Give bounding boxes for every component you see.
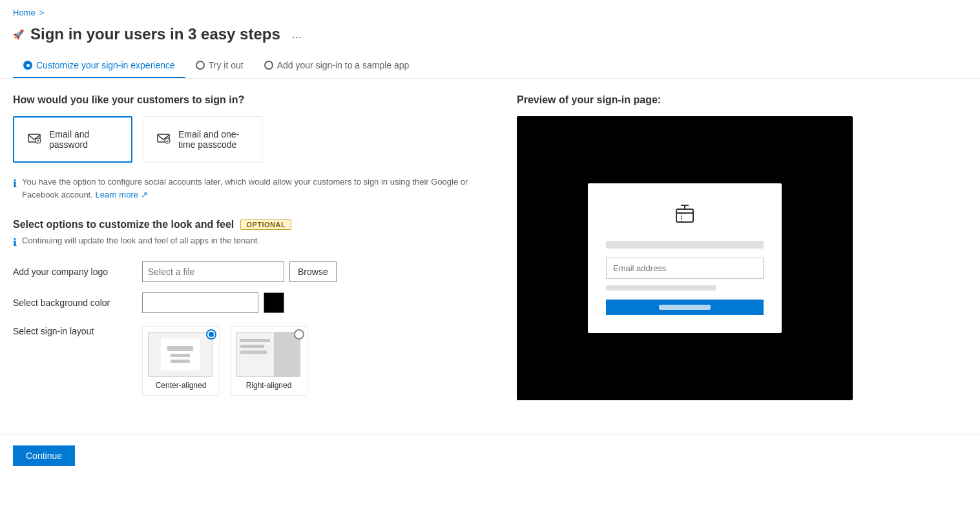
info-icon: ℹ xyxy=(13,176,17,201)
layout-center-preview xyxy=(148,332,213,377)
preview-title: Preview of your sign-in page: xyxy=(517,94,866,106)
signin-section-title: How would you like your customers to sig… xyxy=(13,94,491,106)
layout-right-radio xyxy=(294,329,304,340)
preview-signin-button xyxy=(606,300,764,315)
page-emoji: 🚀 xyxy=(13,29,24,39)
preview-box xyxy=(517,116,853,400)
tab-try[interactable]: Try it out xyxy=(185,54,254,78)
bg-color-row: Select background color #000000 xyxy=(13,292,491,313)
page-title: Sign in your users in 3 easy steps xyxy=(30,25,280,43)
optional-badge: OPTIONAL xyxy=(240,219,291,230)
customize-section-title: Select options to customize the look and… xyxy=(13,219,234,230)
left-panel: How would you like your customers to sig… xyxy=(13,94,491,406)
email-otp-icon xyxy=(156,131,171,148)
right-panel: Preview of your sign-in page: xyxy=(517,94,866,406)
info-text: You have the option to configure social … xyxy=(22,176,491,201)
layout-center-radio xyxy=(206,329,216,340)
layout-right-preview xyxy=(236,332,300,377)
main-content: How would you like your customers to sig… xyxy=(0,79,980,422)
tab-try-label: Try it out xyxy=(209,60,244,70)
bg-color-input[interactable]: #000000 xyxy=(142,292,258,313)
signin-option-email-otp[interactable]: Email and one-time passcode xyxy=(143,116,262,163)
right-line-1 xyxy=(240,339,270,342)
preview-button-inner xyxy=(659,305,711,310)
more-options-icon[interactable]: ... xyxy=(292,28,302,41)
center-box-2 xyxy=(171,354,190,357)
center-layout-inner xyxy=(161,338,200,371)
svg-point-3 xyxy=(165,138,170,143)
page-header: 🚀 Sign in your users in 3 easy steps ... xyxy=(0,20,980,54)
right-line-3 xyxy=(240,351,267,354)
tab-customize-radio xyxy=(23,61,32,70)
tab-customize[interactable]: Customize your sign-in experience xyxy=(13,54,185,78)
tab-customize-label: Customize your sign-in experience xyxy=(36,60,175,70)
right-line-2 xyxy=(240,345,264,348)
layout-options: Center-aligned Right-aligned xyxy=(142,326,308,396)
layout-label: Select sign-in layout xyxy=(13,323,142,336)
layout-option-center[interactable]: Center-aligned xyxy=(142,326,220,396)
browse-button[interactable]: Browse xyxy=(289,261,337,282)
breadcrumb: Home > xyxy=(0,0,980,20)
continuing-text: Continuing will update the look and feel… xyxy=(22,236,260,249)
layout-row: Select sign-in layout Center-aligned xyxy=(13,323,491,396)
center-box-3 xyxy=(171,360,190,363)
tabs-container: Customize your sign-in experience Try it… xyxy=(0,54,980,79)
preview-email-field xyxy=(606,258,764,279)
right-layout-lines xyxy=(236,332,274,376)
logo-file-input[interactable] xyxy=(142,261,284,282)
preview-logo xyxy=(606,203,764,230)
continue-button[interactable]: Continue xyxy=(13,445,75,466)
bg-color-label: Select background color xyxy=(13,298,142,308)
tab-sample-label: Add your sign-in to a sample app xyxy=(277,60,410,70)
color-swatch[interactable] xyxy=(264,292,284,313)
external-link-icon: ↗ xyxy=(141,190,148,199)
box-icon xyxy=(673,203,696,226)
continuing-info: ℹ Continuing will update the look and fe… xyxy=(13,236,491,249)
center-box-1 xyxy=(167,346,193,351)
svg-rect-4 xyxy=(676,209,693,222)
signin-info-box: ℹ You have the option to configure socia… xyxy=(13,176,491,201)
logo-row: Add your company logo Browse xyxy=(13,261,491,282)
logo-label: Add your company logo xyxy=(13,267,142,277)
continuing-info-icon: ℹ xyxy=(13,236,17,249)
preview-title-bar xyxy=(606,241,764,249)
email-password-label: Email and password xyxy=(49,129,118,150)
breadcrumb-chevron: > xyxy=(39,8,45,17)
tab-try-radio xyxy=(196,61,205,70)
layout-center-label: Center-aligned xyxy=(148,381,214,390)
footer: Continue xyxy=(0,434,980,476)
bg-color-control: #000000 xyxy=(142,292,284,313)
right-layout-sidebar xyxy=(274,332,300,376)
customize-title-row: Select options to customize the look and… xyxy=(13,219,491,230)
breadcrumb-home[interactable]: Home xyxy=(13,8,36,17)
signin-option-email-password[interactable]: Email and password xyxy=(13,116,132,163)
tab-sample-radio xyxy=(264,61,273,70)
layout-right-label: Right-aligned xyxy=(236,381,302,390)
tab-sample[interactable]: Add your sign-in to a sample app xyxy=(254,54,420,78)
logo-control: Browse xyxy=(142,261,337,282)
email-password-icon xyxy=(27,131,41,148)
preview-card xyxy=(588,183,782,333)
signin-options: Email and password Email and one-time pa… xyxy=(13,116,491,163)
email-otp-label: Email and one-time passcode xyxy=(178,129,249,150)
layout-option-right[interactable]: Right-aligned xyxy=(230,326,308,396)
learn-more-link[interactable]: Learn more ↗ xyxy=(95,190,147,199)
preview-subtitle-bar xyxy=(606,285,716,290)
